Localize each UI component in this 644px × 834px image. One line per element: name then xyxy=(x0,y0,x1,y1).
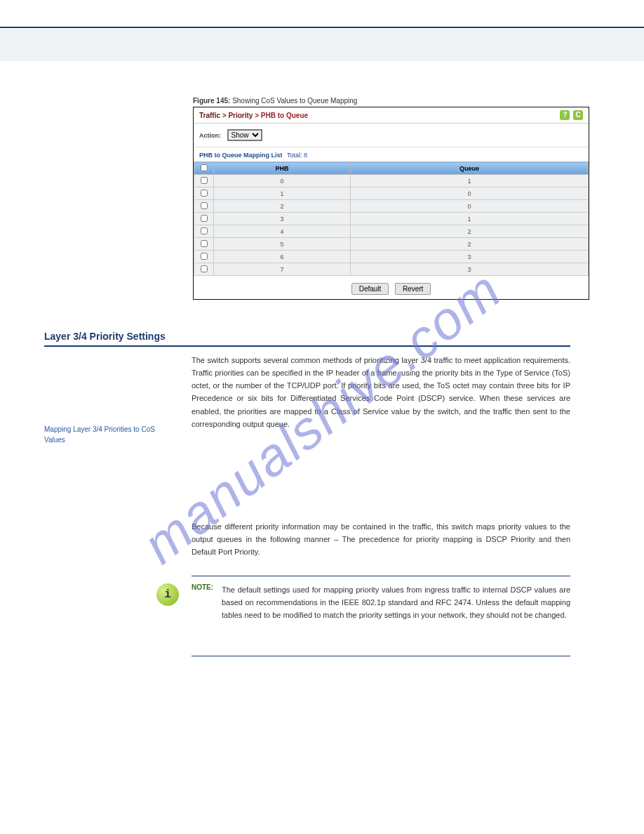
embedded-screenshot: Traffic > Priority > PHB to Queue ? C Ac… xyxy=(193,107,589,300)
cell-queue: 3 xyxy=(351,251,589,263)
row-checkbox[interactable] xyxy=(201,202,208,209)
row-checkbox[interactable] xyxy=(201,265,208,272)
note-rule-top xyxy=(192,576,570,576)
cell-phb: 4 xyxy=(214,225,351,238)
default-button[interactable]: Default xyxy=(351,283,389,295)
list-title: PHB to Queue Mapping List xyxy=(199,152,283,159)
cell-queue: 1 xyxy=(351,213,589,225)
figure-number: Figure 145: xyxy=(193,97,230,105)
mapping-table: PHB Queue 01 10 20 31 42 52 63 73 xyxy=(194,161,589,276)
breadcrumb: Traffic > Priority > PHB to Queue xyxy=(199,112,308,119)
note-rule-bottom xyxy=(192,656,570,656)
breadcrumb-current: PHB to Queue xyxy=(261,112,308,119)
refresh-icon[interactable]: C xyxy=(573,110,583,120)
col-phb: PHB xyxy=(214,162,351,175)
cell-queue: 1 xyxy=(351,175,589,187)
row-checkbox[interactable] xyxy=(201,240,208,247)
button-row: Default Revert xyxy=(194,276,589,299)
row-checkbox[interactable] xyxy=(201,227,208,234)
row-checkbox[interactable] xyxy=(201,253,208,260)
cell-queue: 0 xyxy=(351,200,589,213)
titlebar-icons: ? C xyxy=(558,110,583,120)
row-checkbox[interactable] xyxy=(201,190,208,197)
chapter-band xyxy=(0,29,644,61)
table-row: 63 xyxy=(194,251,589,263)
cell-queue: 2 xyxy=(351,225,589,238)
revert-button[interactable]: Revert xyxy=(395,283,431,295)
action-label: Action: xyxy=(199,132,221,139)
cell-phb: 5 xyxy=(214,238,351,251)
table-row: 31 xyxy=(194,213,589,225)
cell-phb: 1 xyxy=(214,187,351,200)
paragraph: Because different priority information m… xyxy=(192,520,570,558)
note-label-wrap: NOTE: xyxy=(192,583,213,591)
cell-queue: 3 xyxy=(351,263,589,276)
cell-phb: 3 xyxy=(214,213,351,225)
section-rule xyxy=(44,343,570,347)
figure-caption: Figure 145: Showing CoS Values to Queue … xyxy=(193,97,357,105)
breadcrumb-part[interactable]: Traffic xyxy=(199,112,220,119)
list-title-row: PHB to Queue Mapping List Total: 8 xyxy=(194,147,589,161)
note-text: The default settings used for mapping pr… xyxy=(222,583,570,621)
table-row: 52 xyxy=(194,238,589,251)
table-row: 01 xyxy=(194,175,589,187)
cell-phb: 6 xyxy=(214,251,351,263)
top-rule xyxy=(0,27,644,28)
cell-queue: 0 xyxy=(351,187,589,200)
cell-phb: 2 xyxy=(214,200,351,213)
section-heading: Layer 3/4 Priority Settings xyxy=(44,331,166,342)
cell-phb: 7 xyxy=(214,263,351,276)
row-checkbox[interactable] xyxy=(201,177,208,184)
note-label: NOTE: xyxy=(192,583,213,591)
table-row: 42 xyxy=(194,225,589,238)
col-queue: Queue xyxy=(351,162,589,175)
cell-queue: 2 xyxy=(351,238,589,251)
row-checkbox[interactable] xyxy=(201,215,208,222)
col-checkbox xyxy=(194,162,214,175)
action-select[interactable]: Show xyxy=(227,129,262,141)
table-header-row: PHB Queue xyxy=(194,162,589,175)
checkbox-all[interactable] xyxy=(201,164,208,171)
screenshot-titlebar: Traffic > Priority > PHB to Queue ? C xyxy=(194,107,589,124)
cell-phb: 0 xyxy=(214,175,351,187)
table-row: 73 xyxy=(194,263,589,276)
help-icon[interactable]: ? xyxy=(560,110,570,120)
paragraph: The switch supports several common metho… xyxy=(192,354,570,430)
side-label: Mapping Layer 3/4 Priorities to CoS Valu… xyxy=(44,424,170,445)
info-icon: i xyxy=(156,583,179,606)
figure-title: Showing CoS Values to Queue Mapping xyxy=(232,97,357,105)
list-total: Total: 8 xyxy=(287,152,307,159)
breadcrumb-part[interactable]: Priority xyxy=(228,112,253,119)
table-row: 10 xyxy=(194,187,589,200)
action-row: Action: Show xyxy=(194,124,589,147)
table-row: 20 xyxy=(194,200,589,213)
